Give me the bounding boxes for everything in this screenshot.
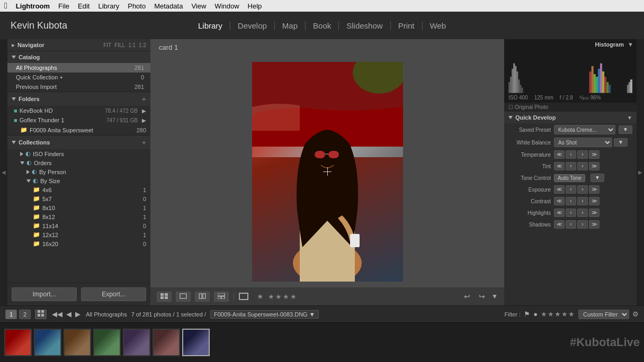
nav-fit[interactable]: FIT	[103, 42, 111, 48]
folders-add-icon[interactable]: +	[142, 95, 146, 103]
nav-fill[interactable]: FILL	[114, 42, 125, 48]
collapse-right-panel[interactable]: ▶	[637, 39, 644, 305]
film-thumb-5[interactable]	[123, 329, 150, 356]
white-balance-select[interactable]: As Shot	[554, 138, 612, 147]
flag-icon[interactable]	[239, 293, 248, 300]
con-down-down-btn[interactable]: ≪	[554, 197, 565, 205]
hi-up-btn[interactable]: ›	[577, 209, 588, 217]
tint-down-down-btn[interactable]: ≪	[554, 162, 565, 170]
con-down-btn[interactable]: ‹	[566, 197, 576, 205]
nav-prev-btn[interactable]: ◀	[65, 310, 73, 318]
film-thumb-1[interactable]	[4, 329, 32, 356]
catalog-header[interactable]: Catalog	[7, 51, 150, 63]
sh-down-btn[interactable]: ‹	[566, 220, 576, 229]
nav-1-1[interactable]: 1:1	[128, 42, 136, 48]
film-thumb-3[interactable]	[64, 329, 91, 356]
nav-slideshow[interactable]: Slideshow	[339, 21, 390, 30]
photo-container[interactable]	[150, 56, 504, 287]
page-1-btn[interactable]: 1	[5, 310, 17, 319]
con-up-up-btn[interactable]: ≫	[589, 197, 600, 205]
star-empty-1[interactable]: ★	[257, 292, 264, 301]
collection-orders[interactable]: ◐ Orders	[7, 158, 150, 167]
collections-header[interactable]: Collections +	[7, 135, 150, 149]
help-menu[interactable]: Help	[248, 2, 262, 10]
auto-tone-btn[interactable]: Auto Tone	[554, 174, 585, 182]
rating-stars[interactable]: ★★★★	[268, 293, 298, 301]
saved-preset-select[interactable]: Kubota Creme...	[554, 125, 615, 134]
film-thumb-2[interactable]	[34, 329, 61, 356]
folder-anita[interactable]: 📁 F0009 Anita Supersweet 280	[7, 125, 150, 135]
compare-view-btn[interactable]	[195, 292, 210, 302]
film-thumb-6[interactable]	[153, 329, 180, 356]
filter-adjust-icon[interactable]: ⚙	[632, 310, 639, 318]
photo-menu[interactable]: Photo	[128, 2, 146, 10]
quick-develop-dropdown-icon[interactable]: ▼	[627, 115, 632, 121]
edit-menu[interactable]: Edit	[78, 2, 90, 10]
nav-library[interactable]: Library	[191, 21, 230, 30]
hi-down-btn[interactable]: ‹	[566, 209, 576, 217]
collection-4x6[interactable]: 📁 4x6 1	[7, 185, 150, 194]
folder-kevbook[interactable]: ■ KevBook HD 78.4 / 472 GB ▶	[7, 106, 150, 115]
page-2-btn[interactable]: 2	[19, 310, 31, 319]
exp-up-up-btn[interactable]: ≫	[589, 185, 600, 194]
file-menu[interactable]: File	[58, 2, 69, 10]
con-up-btn[interactable]: ›	[577, 197, 588, 205]
exp-up-btn[interactable]: ›	[577, 185, 588, 194]
saved-preset-dropdown-btn[interactable]: ▼	[619, 125, 632, 134]
filter-select[interactable]: Custom Filter	[578, 310, 629, 319]
hi-up-up-btn[interactable]: ≫	[589, 209, 600, 217]
quick-develop-header[interactable]: Quick Develop ▼	[504, 112, 637, 123]
tint-down-btn[interactable]: ‹	[566, 162, 576, 170]
film-thumb-4[interactable]	[93, 329, 121, 356]
sh-up-up-btn[interactable]: ≫	[589, 220, 600, 229]
toolbar-dropdown-icon[interactable]: ▼	[491, 293, 498, 300]
nav-develop[interactable]: Develop	[230, 21, 275, 30]
film-thumb-7[interactable]	[182, 329, 210, 356]
nav-1-2[interactable]: 1:2	[139, 42, 146, 48]
hi-down-down-btn[interactable]: ≪	[554, 209, 565, 217]
exp-down-btn[interactable]: ‹	[566, 185, 576, 194]
survey-view-btn[interactable]	[214, 292, 229, 302]
apple-menu[interactable]: 	[4, 1, 7, 11]
grid-view-btn[interactable]	[157, 292, 172, 302]
loupe-view-btn[interactable]	[176, 292, 191, 302]
export-button[interactable]: Export...	[81, 287, 146, 301]
collapse-left-panel[interactable]: ◀	[0, 39, 7, 305]
filter-stars[interactable]: ★★★★★	[541, 310, 575, 318]
filter-flag-icon[interactable]: ⚑	[524, 310, 530, 318]
collection-by-person[interactable]: ◐ By Person	[7, 167, 150, 176]
rotate-right-icon[interactable]: ↪	[477, 291, 487, 302]
folder-goflex[interactable]: ■ Goflex Thunder 1 747 / 931 GB ▶	[7, 115, 150, 125]
collection-5x7[interactable]: 📁 5x7 0	[7, 194, 150, 203]
rotate-left-icon[interactable]: ↩	[462, 291, 472, 302]
temp-up-up-btn[interactable]: ≫	[589, 150, 600, 159]
collection-8x10[interactable]: 📁 8x10 1	[7, 203, 150, 212]
collections-add-icon[interactable]: +	[142, 138, 146, 147]
window-menu[interactable]: Window	[214, 2, 239, 10]
exp-down-down-btn[interactable]: ≪	[554, 185, 565, 194]
file-name-badge[interactable]: F0009-Anita Supersweet-0083.DNG ▼	[210, 310, 319, 319]
temp-up-btn[interactable]: ›	[577, 150, 588, 159]
tone-control-dropdown-btn[interactable]: ▼	[591, 174, 604, 182]
collection-12x12[interactable]: 📁 12x12 1	[7, 230, 150, 239]
sh-up-btn[interactable]: ›	[577, 220, 588, 229]
nav-book[interactable]: Book	[306, 21, 339, 30]
white-balance-dropdown-btn[interactable]: ▼	[614, 138, 628, 147]
navigator-header[interactable]: ▶ Navigator FIT FILL 1:1 1:2	[7, 39, 150, 51]
grid-mode-btn[interactable]	[35, 310, 47, 319]
histogram-dropdown-icon[interactable]: ▼	[628, 41, 633, 48]
collection-16x20[interactable]: 📁 16x20 0	[7, 239, 150, 248]
app-menu[interactable]: Lightroom	[16, 2, 50, 10]
nav-print[interactable]: Print	[391, 21, 423, 30]
catalog-all-photos[interactable]: All Photographs 281	[7, 63, 150, 73]
nav-web[interactable]: Web	[422, 21, 453, 30]
metadata-menu[interactable]: Metadata	[154, 2, 183, 10]
library-menu[interactable]: Library	[98, 2, 119, 10]
nav-map[interactable]: Map	[275, 21, 306, 30]
tint-up-up-btn[interactable]: ≫	[589, 162, 600, 170]
tint-up-btn[interactable]: ›	[577, 162, 588, 170]
sh-down-down-btn[interactable]: ≪	[554, 220, 565, 229]
folders-header[interactable]: Folders +	[7, 92, 150, 106]
catalog-previous-import[interactable]: Previous Import 281	[7, 82, 150, 92]
view-menu[interactable]: View	[191, 2, 206, 10]
